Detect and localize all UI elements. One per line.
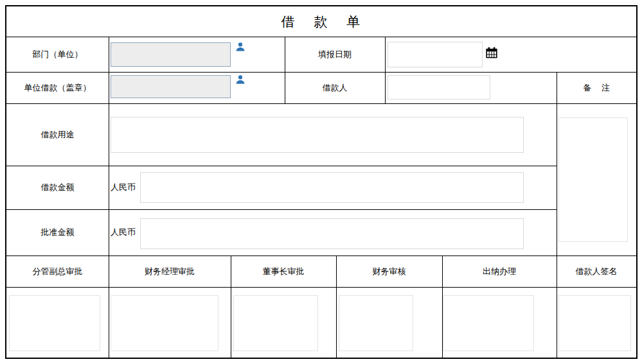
signature-box-borrower-signature[interactable] [558, 295, 631, 351]
borrower-label: 借款人 [285, 72, 385, 103]
signature-box-chairman[interactable] [233, 295, 318, 351]
remark-input[interactable] [558, 117, 628, 242]
approved-amount-label: 批准金额 [6, 209, 109, 256]
form-title: 借 款 单 [6, 6, 636, 37]
unit-loan-seal-input[interactable] [111, 75, 231, 98]
calendar-icon[interactable] [486, 47, 497, 58]
grid-line [6, 287, 636, 288]
approval-header-borrower-signature: 借款人签名 [557, 256, 636, 287]
fill-date-label: 填报日期 [285, 37, 385, 72]
grid-line [557, 72, 557, 358]
department-label: 部门（单位） [6, 37, 109, 72]
remark-label: 备 注 [557, 72, 636, 103]
signature-box-finance-audit[interactable] [339, 295, 413, 351]
loan-amount-input[interactable] [140, 172, 524, 203]
approval-header-vp: 分管副总审批 [6, 256, 109, 287]
approved-amount-currency-label: 人民币 [111, 209, 139, 256]
loan-purpose-label: 借款用途 [6, 103, 109, 166]
loan-form-table: 借 款 单 部门（单位） 填报日期 单位借款（盖章） [5, 5, 638, 359]
loan-amount-label: 借款金额 [6, 166, 109, 209]
unit-loan-seal-label: 单位借款（盖章） [6, 72, 109, 103]
approval-header-chairman: 董事长审批 [231, 256, 336, 287]
fill-date-input[interactable] [388, 42, 483, 67]
signature-box-finance-manager[interactable] [111, 295, 218, 351]
borrower-input[interactable] [388, 75, 490, 100]
person-icon[interactable] [235, 74, 245, 85]
approved-amount-input[interactable] [140, 218, 524, 249]
loan-form: 借 款 单 部门（单位） 填报日期 单位借款（盖章） [0, 0, 642, 364]
grid-line [109, 37, 109, 358]
approval-header-finance-audit: 财务审核 [336, 256, 442, 287]
loan-amount-currency-label: 人民币 [111, 166, 139, 209]
grid-line [385, 37, 386, 103]
department-input[interactable] [111, 42, 231, 67]
person-icon[interactable] [235, 42, 245, 52]
approval-header-finance-manager: 财务经理审批 [109, 256, 231, 287]
loan-purpose-input[interactable] [111, 117, 524, 153]
approval-header-cashier: 出纳办理 [442, 256, 557, 287]
signature-box-cashier[interactable] [443, 295, 534, 351]
signature-box-vp[interactable] [9, 295, 100, 351]
